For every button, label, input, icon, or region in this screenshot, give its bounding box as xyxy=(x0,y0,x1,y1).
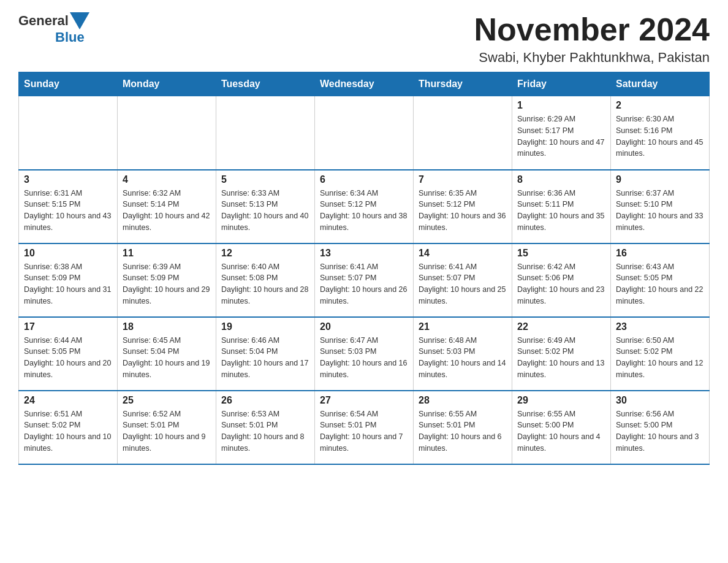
calendar-cell: 18Sunrise: 6:45 AMSunset: 5:04 PMDayligh… xyxy=(118,317,216,391)
day-info: Sunrise: 6:52 AMSunset: 5:01 PMDaylight:… xyxy=(123,408,211,454)
day-info: Sunrise: 6:29 AMSunset: 5:17 PMDaylight:… xyxy=(517,113,605,159)
day-number: 14 xyxy=(419,248,507,259)
calendar-cell: 23Sunrise: 6:50 AMSunset: 5:02 PMDayligh… xyxy=(611,317,710,391)
day-number: 28 xyxy=(419,395,507,406)
day-number: 13 xyxy=(320,248,408,259)
day-info: Sunrise: 6:43 AMSunset: 5:05 PMDaylight:… xyxy=(616,261,704,307)
calendar-cell: 19Sunrise: 6:46 AMSunset: 5:04 PMDayligh… xyxy=(216,317,315,391)
day-number: 23 xyxy=(616,321,704,332)
calendar-header-saturday: Saturday xyxy=(611,72,710,96)
day-number: 3 xyxy=(24,174,112,185)
calendar-cell: 11Sunrise: 6:39 AMSunset: 5:09 PMDayligh… xyxy=(118,243,216,317)
day-number: 9 xyxy=(616,174,704,185)
day-number: 16 xyxy=(616,248,704,259)
day-info: Sunrise: 6:42 AMSunset: 5:06 PMDaylight:… xyxy=(517,261,605,307)
day-number: 21 xyxy=(419,321,507,332)
calendar-week-row: 10Sunrise: 6:38 AMSunset: 5:09 PMDayligh… xyxy=(19,243,710,317)
day-info: Sunrise: 6:36 AMSunset: 5:11 PMDaylight:… xyxy=(517,188,605,234)
calendar-cell xyxy=(315,96,414,170)
calendar-cell: 3Sunrise: 6:31 AMSunset: 5:15 PMDaylight… xyxy=(19,170,118,243)
calendar-cell: 14Sunrise: 6:41 AMSunset: 5:07 PMDayligh… xyxy=(414,243,512,317)
logo-icon xyxy=(70,12,89,29)
calendar-cell: 13Sunrise: 6:41 AMSunset: 5:07 PMDayligh… xyxy=(315,243,414,317)
calendar-cell: 25Sunrise: 6:52 AMSunset: 5:01 PMDayligh… xyxy=(118,391,216,464)
day-info: Sunrise: 6:55 AMSunset: 5:01 PMDaylight:… xyxy=(419,408,507,454)
day-number: 15 xyxy=(517,248,605,259)
location-subtitle: Swabi, Khyber Pakhtunkhwa, Pakistan xyxy=(474,50,710,66)
calendar-cell: 8Sunrise: 6:36 AMSunset: 5:11 PMDaylight… xyxy=(512,170,611,243)
day-number: 22 xyxy=(517,321,605,332)
day-number: 19 xyxy=(221,321,309,332)
day-number: 20 xyxy=(320,321,408,332)
calendar-cell: 22Sunrise: 6:49 AMSunset: 5:02 PMDayligh… xyxy=(512,317,611,391)
day-number: 2 xyxy=(616,100,704,111)
calendar-cell: 1Sunrise: 6:29 AMSunset: 5:17 PMDaylight… xyxy=(512,96,611,170)
logo-general-text: General xyxy=(18,13,69,29)
calendar-week-row: 17Sunrise: 6:44 AMSunset: 5:05 PMDayligh… xyxy=(19,317,710,391)
day-info: Sunrise: 6:49 AMSunset: 5:02 PMDaylight:… xyxy=(517,335,605,381)
calendar-cell: 28Sunrise: 6:55 AMSunset: 5:01 PMDayligh… xyxy=(414,391,512,464)
day-number: 17 xyxy=(24,321,112,332)
day-number: 12 xyxy=(221,248,309,259)
day-number: 5 xyxy=(221,174,309,185)
day-info: Sunrise: 6:53 AMSunset: 5:01 PMDaylight:… xyxy=(221,408,309,454)
calendar-cell: 4Sunrise: 6:32 AMSunset: 5:14 PMDaylight… xyxy=(118,170,216,243)
calendar-cell: 27Sunrise: 6:54 AMSunset: 5:01 PMDayligh… xyxy=(315,391,414,464)
day-number: 30 xyxy=(616,395,704,406)
day-info: Sunrise: 6:55 AMSunset: 5:00 PMDaylight:… xyxy=(517,408,605,454)
day-number: 24 xyxy=(24,395,112,406)
calendar-week-row: 24Sunrise: 6:51 AMSunset: 5:02 PMDayligh… xyxy=(19,391,710,464)
day-info: Sunrise: 6:39 AMSunset: 5:09 PMDaylight:… xyxy=(123,261,211,307)
calendar-cell: 20Sunrise: 6:47 AMSunset: 5:03 PMDayligh… xyxy=(315,317,414,391)
day-number: 27 xyxy=(320,395,408,406)
day-info: Sunrise: 6:34 AMSunset: 5:12 PMDaylight:… xyxy=(320,188,408,234)
calendar-cell: 5Sunrise: 6:33 AMSunset: 5:13 PMDaylight… xyxy=(216,170,315,243)
calendar-header-friday: Friday xyxy=(512,72,611,96)
day-info: Sunrise: 6:46 AMSunset: 5:04 PMDaylight:… xyxy=(221,335,309,381)
day-info: Sunrise: 6:30 AMSunset: 5:16 PMDaylight:… xyxy=(616,113,704,159)
calendar-header-thursday: Thursday xyxy=(414,72,512,96)
calendar-cell: 15Sunrise: 6:42 AMSunset: 5:06 PMDayligh… xyxy=(512,243,611,317)
day-info: Sunrise: 6:40 AMSunset: 5:08 PMDaylight:… xyxy=(221,261,309,307)
calendar-cell: 26Sunrise: 6:53 AMSunset: 5:01 PMDayligh… xyxy=(216,391,315,464)
calendar-header-wednesday: Wednesday xyxy=(315,72,414,96)
day-info: Sunrise: 6:37 AMSunset: 5:10 PMDaylight:… xyxy=(616,188,704,234)
calendar-header-tuesday: Tuesday xyxy=(216,72,315,96)
day-info: Sunrise: 6:56 AMSunset: 5:00 PMDaylight:… xyxy=(616,408,704,454)
calendar-cell: 12Sunrise: 6:40 AMSunset: 5:08 PMDayligh… xyxy=(216,243,315,317)
day-info: Sunrise: 6:41 AMSunset: 5:07 PMDaylight:… xyxy=(320,261,408,307)
calendar-cell: 29Sunrise: 6:55 AMSunset: 5:00 PMDayligh… xyxy=(512,391,611,464)
calendar-week-row: 1Sunrise: 6:29 AMSunset: 5:17 PMDaylight… xyxy=(19,96,710,170)
logo-blue-text: Blue xyxy=(55,29,85,45)
calendar-cell: 16Sunrise: 6:43 AMSunset: 5:05 PMDayligh… xyxy=(611,243,710,317)
title-section: November 2024 Swabi, Khyber Pakhtunkhwa,… xyxy=(474,12,710,66)
calendar-cell: 21Sunrise: 6:48 AMSunset: 5:03 PMDayligh… xyxy=(414,317,512,391)
day-info: Sunrise: 6:33 AMSunset: 5:13 PMDaylight:… xyxy=(221,188,309,234)
day-info: Sunrise: 6:41 AMSunset: 5:07 PMDaylight:… xyxy=(419,261,507,307)
calendar-cell: 17Sunrise: 6:44 AMSunset: 5:05 PMDayligh… xyxy=(19,317,118,391)
day-number: 6 xyxy=(320,174,408,185)
day-info: Sunrise: 6:35 AMSunset: 5:12 PMDaylight:… xyxy=(419,188,507,234)
calendar-cell: 24Sunrise: 6:51 AMSunset: 5:02 PMDayligh… xyxy=(19,391,118,464)
day-number: 25 xyxy=(123,395,211,406)
day-number: 7 xyxy=(419,174,507,185)
calendar-cell xyxy=(414,96,512,170)
day-info: Sunrise: 6:50 AMSunset: 5:02 PMDaylight:… xyxy=(616,335,704,381)
day-info: Sunrise: 6:32 AMSunset: 5:14 PMDaylight:… xyxy=(123,188,211,234)
logo: General Blue xyxy=(18,12,89,45)
page-header: General Blue November 2024 Swabi, Khyber… xyxy=(18,12,710,66)
day-info: Sunrise: 6:47 AMSunset: 5:03 PMDaylight:… xyxy=(320,335,408,381)
day-info: Sunrise: 6:31 AMSunset: 5:15 PMDaylight:… xyxy=(24,188,112,234)
day-info: Sunrise: 6:45 AMSunset: 5:04 PMDaylight:… xyxy=(123,335,211,381)
calendar-header-sunday: Sunday xyxy=(19,72,118,96)
day-info: Sunrise: 6:44 AMSunset: 5:05 PMDaylight:… xyxy=(24,335,112,381)
day-info: Sunrise: 6:48 AMSunset: 5:03 PMDaylight:… xyxy=(419,335,507,381)
day-info: Sunrise: 6:54 AMSunset: 5:01 PMDaylight:… xyxy=(320,408,408,454)
calendar-cell xyxy=(118,96,216,170)
calendar-cell: 30Sunrise: 6:56 AMSunset: 5:00 PMDayligh… xyxy=(611,391,710,464)
day-info: Sunrise: 6:51 AMSunset: 5:02 PMDaylight:… xyxy=(24,408,112,454)
day-info: Sunrise: 6:38 AMSunset: 5:09 PMDaylight:… xyxy=(24,261,112,307)
day-number: 18 xyxy=(123,321,211,332)
month-title: November 2024 xyxy=(474,12,710,47)
svg-marker-0 xyxy=(70,12,89,29)
